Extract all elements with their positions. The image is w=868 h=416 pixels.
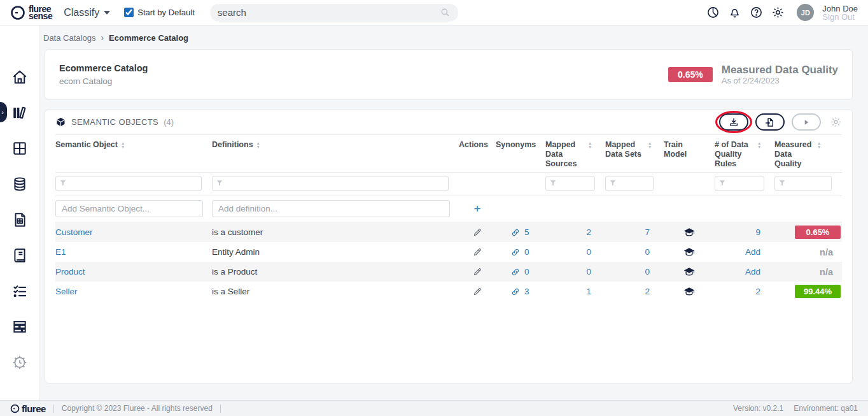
- top-navbar: flureesense Classify Start by Default JD…: [0, 0, 868, 25]
- graduation-cap-icon: [683, 267, 695, 277]
- funnel-icon: [778, 179, 786, 187]
- header-num-data-quality-rules[interactable]: # of Data Quality Rules▲▼: [715, 140, 774, 168]
- sidebar-item-data-sets[interactable]: [0, 319, 39, 335]
- sidebar-item-data-sources[interactable]: [0, 176, 39, 192]
- filter-mapped-sources: [545, 176, 595, 191]
- synonyms-cell[interactable]: 5: [496, 227, 545, 237]
- mapped-sets-link[interactable]: 2: [605, 287, 664, 296]
- table-row: E1 Entity Admin 0 0 0 Add n/a: [55, 242, 842, 262]
- funnel-icon: [609, 179, 617, 187]
- notifications-bell-icon[interactable]: [728, 6, 741, 19]
- chevron-down-icon: [104, 11, 110, 15]
- quality-na: n/a: [774, 247, 842, 257]
- pie-chart-icon[interactable]: [706, 6, 720, 19]
- avatar[interactable]: JD: [797, 4, 814, 21]
- train-model-cell[interactable]: [664, 287, 715, 297]
- footer-version: Version: v0.2.1: [733, 404, 783, 413]
- flureesense-logo[interactable]: flureesense: [10, 5, 52, 20]
- sidebar-item-home[interactable]: [0, 69, 39, 85]
- mapped-sets-link[interactable]: 0: [605, 267, 664, 276]
- funnel-icon: [216, 179, 223, 187]
- synonyms-cell[interactable]: 0: [496, 267, 545, 276]
- sidebar-item-grid[interactable]: [0, 140, 39, 157]
- synonym-count: 3: [524, 287, 529, 296]
- sidebar-item-glossary[interactable]: [0, 247, 39, 264]
- quality-badge: 99.44%: [795, 285, 841, 298]
- measured-quality-asof: As of 2/24/2023: [722, 76, 838, 85]
- mapped-sources-link[interactable]: 0: [545, 247, 605, 257]
- divider: [53, 405, 54, 413]
- catalog-summary-card: Ecommerce Catalog ecom Catalog 0.65% Mea…: [45, 49, 853, 100]
- document-table-icon: [11, 212, 28, 228]
- start-by-default-checkbox[interactable]: [124, 8, 134, 17]
- sort-icon: ▲▼: [256, 141, 260, 148]
- sidebar-item-report[interactable]: [0, 212, 39, 228]
- run-button[interactable]: [792, 113, 821, 131]
- header-mapped-data-sources[interactable]: Mapped Data Sources▲▼: [545, 140, 605, 168]
- train-model-cell[interactable]: [664, 227, 715, 238]
- mapped-sources-link[interactable]: 2: [545, 227, 605, 237]
- download-button[interactable]: [719, 113, 748, 131]
- add-semantic-object-input[interactable]: [55, 200, 203, 217]
- edit-pencil-icon[interactable]: [473, 227, 482, 237]
- search-bar: [210, 4, 458, 22]
- database-icon: [11, 176, 28, 192]
- mapped-sets-link[interactable]: 7: [605, 227, 664, 237]
- add-row-button[interactable]: +: [473, 203, 480, 215]
- sidebar-item-tasks[interactable]: [0, 283, 39, 299]
- fluree-logo-icon: [10, 5, 25, 20]
- filter-definitions-input[interactable]: [212, 176, 449, 191]
- sidebar-item-settings-history[interactable]: [0, 354, 39, 371]
- bricks-icon: [11, 319, 28, 335]
- mapped-sources-link[interactable]: 1: [545, 287, 605, 296]
- semantic-object-link[interactable]: E1: [55, 247, 212, 257]
- rules-link[interactable]: Add: [715, 267, 774, 276]
- breadcrumb-data-catalogs[interactable]: Data Catalogs: [43, 33, 95, 43]
- header-measured-data-quality[interactable]: Measured Data Quality▲▼: [774, 140, 842, 168]
- table-add-row: +: [55, 196, 842, 222]
- header-synonyms: Synonyms: [496, 140, 545, 150]
- measured-quality-label: Measured Data Quality: [722, 64, 838, 76]
- mapped-sets-link[interactable]: 0: [605, 247, 664, 257]
- library-books-icon: [11, 104, 28, 121]
- help-icon[interactable]: [750, 6, 763, 19]
- table-settings-gear-icon[interactable]: [830, 116, 842, 128]
- quality-na: n/a: [774, 267, 842, 277]
- classify-menu[interactable]: Classify: [64, 7, 110, 18]
- semantic-object-link[interactable]: Product: [55, 267, 212, 276]
- synonyms-cell[interactable]: 3: [496, 287, 545, 296]
- catalog-title: Ecommerce Catalog: [59, 63, 148, 73]
- mapped-sources-link[interactable]: 0: [545, 267, 605, 276]
- header-definitions[interactable]: Definitions▲▼: [212, 140, 459, 150]
- edit-pencil-icon[interactable]: [473, 247, 482, 257]
- table-row: Product is a Product 0 0 0 Add n/a: [55, 262, 842, 282]
- settings-gear-icon[interactable]: [771, 6, 785, 19]
- train-model-cell[interactable]: [664, 247, 715, 257]
- train-model-cell[interactable]: [664, 267, 715, 277]
- section-title: SEMANTIC OBJECTS: [71, 117, 158, 127]
- filter-semantic-object-input[interactable]: [55, 176, 202, 191]
- quality-badge: 0.65%: [795, 226, 841, 239]
- sign-out-link[interactable]: Sign Out: [822, 13, 858, 21]
- grid-icon: [11, 140, 28, 157]
- header-mapped-data-sets[interactable]: Mapped Data Sets▲▼: [605, 140, 664, 159]
- link-icon: [511, 287, 520, 296]
- edit-pencil-icon[interactable]: [473, 267, 482, 276]
- import-button[interactable]: [755, 113, 785, 131]
- rules-link[interactable]: 2: [715, 287, 774, 296]
- add-definition-input[interactable]: [212, 200, 450, 217]
- search-input[interactable]: [218, 7, 440, 18]
- rules-link[interactable]: 9: [715, 227, 774, 237]
- sidebar-item-data-catalogs[interactable]: [0, 104, 39, 121]
- edit-pencil-icon[interactable]: [473, 287, 482, 296]
- header-semantic-object[interactable]: Semantic Object▲▼: [55, 140, 212, 150]
- sort-icon: ▲▼: [121, 141, 125, 148]
- synonyms-cell[interactable]: 0: [496, 247, 545, 257]
- semantic-object-link[interactable]: Customer: [55, 227, 212, 237]
- user-name: John Doe: [822, 4, 858, 13]
- filter-semantic-object: [55, 176, 202, 191]
- definition-cell: is a Product: [212, 267, 459, 276]
- semantic-object-link[interactable]: Seller: [55, 287, 212, 296]
- rules-link[interactable]: Add: [715, 247, 774, 257]
- gear-clock-icon: [11, 354, 28, 371]
